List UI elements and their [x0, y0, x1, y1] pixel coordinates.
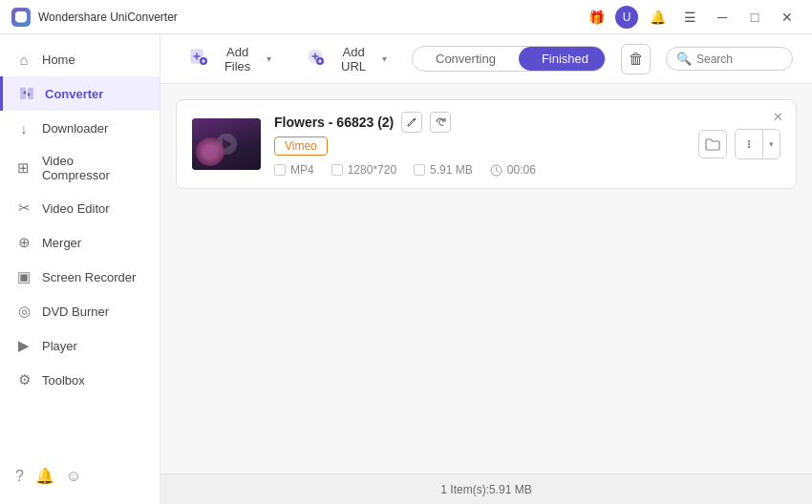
- thumb-detail: [196, 137, 224, 166]
- sidebar-footer: ? 🔔 ☺: [0, 455, 160, 496]
- meta-resolution: 1280*720: [331, 163, 396, 177]
- search-box: 🔍: [666, 47, 793, 71]
- clock-icon: [490, 164, 502, 177]
- sidebar-label-compressor: Video Compressor: [42, 154, 144, 182]
- maximize-icon[interactable]: □: [741, 4, 768, 31]
- app-icon: [11, 8, 31, 27]
- close-icon[interactable]: ✕: [774, 4, 801, 31]
- tab-finished[interactable]: Finished: [519, 47, 606, 71]
- dvd-icon: ◎: [15, 303, 32, 320]
- sidebar-item-merger[interactable]: ⊕ Merger: [0, 225, 160, 260]
- meta-format: MP4: [274, 163, 314, 177]
- toolbar: Add Files ▾ Add URL ▾ Converting Finis: [160, 34, 812, 84]
- main-layout: ⌂ Home Converter ↓ Downloader ⊞ Video Co…: [0, 34, 812, 504]
- add-url-label: Add URL: [330, 45, 377, 74]
- file-meta: MP4 1280*720 5.91 MB: [274, 163, 685, 177]
- tab-converting[interactable]: Converting: [413, 47, 519, 71]
- svg-point-8: [748, 143, 750, 145]
- toolbox-icon: ⚙: [15, 371, 32, 388]
- status-bar: 1 Item(s):5.91 MB: [160, 473, 812, 504]
- titlebar-left: Wondershare UniConverter: [11, 8, 178, 27]
- sidebar-item-screen-recorder[interactable]: ▣ Screen Recorder: [0, 260, 160, 294]
- sidebar-item-video-editor[interactable]: ✂ Video Editor: [0, 191, 160, 225]
- file-card: ✕ Flowers - 66823 (2): [176, 99, 797, 189]
- sidebar-item-converter[interactable]: Converter: [0, 76, 160, 111]
- size-checkbox[interactable]: [414, 164, 425, 176]
- file-area: ✕ Flowers - 66823 (2): [160, 84, 812, 473]
- add-url-button[interactable]: Add URL ▾: [296, 39, 396, 79]
- meta-size: 5.91 MB: [414, 163, 473, 177]
- sidebar-label-merger: Merger: [42, 236, 81, 250]
- format-label: MP4: [290, 163, 314, 177]
- open-folder-button[interactable]: [698, 130, 727, 158]
- titlebar: Wondershare UniConverter 🎁 U 🔔 ☰ ─ □ ✕: [0, 0, 812, 34]
- sidebar-item-toolbox[interactable]: ⚙ Toolbox: [0, 363, 160, 397]
- sidebar: ⌂ Home Converter ↓ Downloader ⊞ Video Co…: [0, 34, 160, 504]
- file-name-row: Flowers - 66823 (2): [274, 112, 685, 133]
- size-label: 5.91 MB: [430, 163, 473, 177]
- downloader-icon: ↓: [15, 119, 32, 136]
- converter-icon: [18, 85, 35, 102]
- sidebar-label-converter: Converter: [45, 87, 103, 101]
- file-name: Flowers - 66823 (2): [274, 115, 394, 130]
- home-icon: ⌂: [15, 51, 32, 68]
- minimize-icon[interactable]: ─: [709, 4, 736, 31]
- delete-button[interactable]: 🗑: [621, 44, 651, 74]
- more-actions-button[interactable]: ▾: [735, 129, 780, 159]
- app-title: Wondershare UniConverter: [38, 10, 178, 24]
- menu-icon[interactable]: ☰: [676, 4, 703, 31]
- sidebar-label-home: Home: [42, 52, 75, 67]
- search-icon: 🔍: [676, 52, 692, 66]
- refresh-source-icon[interactable]: [430, 112, 451, 133]
- file-actions: ▾: [698, 129, 780, 159]
- gift-icon[interactable]: 🎁: [583, 4, 609, 31]
- sidebar-item-downloader[interactable]: ↓ Downloader: [0, 111, 160, 145]
- sidebar-label-toolbox: Toolbox: [42, 373, 85, 388]
- add-url-icon: [306, 47, 325, 71]
- vimeo-source-tag[interactable]: Vimeo: [274, 136, 685, 156]
- close-file-button[interactable]: ✕: [769, 108, 786, 125]
- format-checkbox[interactable]: [274, 164, 286, 176]
- file-info: Flowers - 66823 (2): [274, 112, 685, 177]
- content-area: Add Files ▾ Add URL ▾ Converting Finis: [160, 34, 812, 504]
- svg-point-7: [748, 140, 750, 142]
- compressor-icon: ⊞: [15, 159, 32, 177]
- add-files-label: Add Files: [213, 45, 262, 74]
- file-thumbnail[interactable]: [192, 118, 261, 170]
- sidebar-item-dvd-burner[interactable]: ◎ DVD Burner: [0, 294, 160, 328]
- sidebar-label-editor: Video Editor: [42, 201, 110, 216]
- resolution-label: 1280*720: [348, 163, 396, 177]
- meta-duration: 00:06: [490, 163, 536, 177]
- svg-point-9: [748, 146, 750, 148]
- tabs-container: Converting Finished: [412, 46, 606, 72]
- more-arrow-icon: ▾: [762, 130, 780, 158]
- merger-icon: ⊕: [15, 234, 32, 251]
- avatar-icon[interactable]: U: [615, 6, 638, 29]
- add-file-icon: [189, 47, 208, 71]
- add-files-arrow: ▾: [267, 53, 271, 64]
- sidebar-label-downloader: Downloader: [42, 121, 108, 136]
- sidebar-item-home[interactable]: ⌂ Home: [0, 42, 160, 76]
- player-icon: ▶: [15, 337, 32, 354]
- add-url-arrow: ▾: [382, 53, 387, 64]
- sidebar-item-player[interactable]: ▶ Player: [0, 328, 160, 363]
- recorder-icon: ▣: [15, 268, 32, 285]
- editor-icon: ✂: [15, 200, 32, 217]
- help-icon[interactable]: ?: [15, 468, 24, 485]
- vimeo-label[interactable]: Vimeo: [274, 136, 328, 156]
- edit-name-icon[interactable]: [401, 112, 422, 133]
- feedback-icon[interactable]: ☺: [66, 468, 81, 485]
- sidebar-label-recorder: Screen Recorder: [42, 270, 136, 284]
- bell-icon[interactable]: 🔔: [644, 4, 671, 31]
- status-text: 1 Item(s):5.91 MB: [440, 483, 531, 496]
- sidebar-label-player: Player: [42, 339, 77, 353]
- resolution-checkbox[interactable]: [331, 164, 343, 176]
- sidebar-item-video-compressor[interactable]: ⊞ Video Compressor: [0, 145, 160, 191]
- titlebar-right: 🎁 U 🔔 ☰ ─ □ ✕: [583, 4, 801, 31]
- add-files-button[interactable]: Add Files ▾: [180, 39, 281, 79]
- search-input[interactable]: [696, 52, 782, 66]
- more-icon: [736, 130, 762, 158]
- notification-icon[interactable]: 🔔: [35, 467, 54, 485]
- duration-label: 00:06: [507, 163, 536, 177]
- sidebar-label-dvd: DVD Burner: [42, 304, 109, 319]
